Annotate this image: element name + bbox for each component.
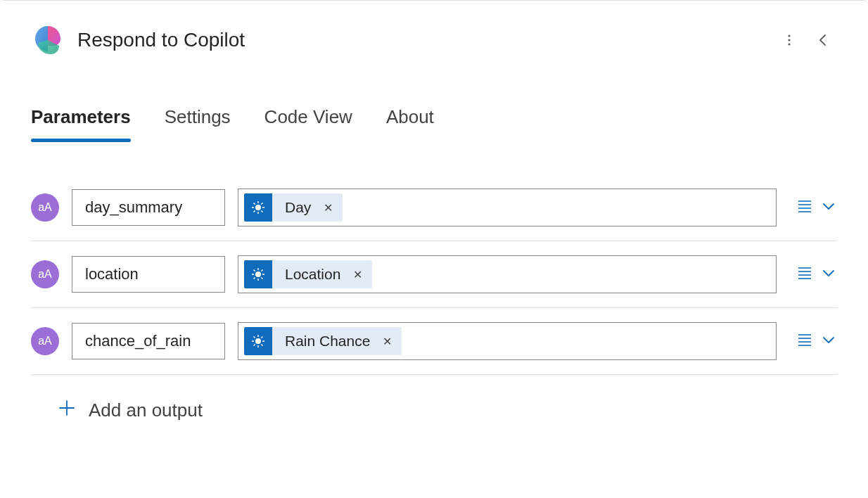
chevron-left-icon <box>816 33 830 47</box>
svg-line-23 <box>254 277 255 279</box>
respond-to-copilot-panel: Respond to Copilot Parameters Settings C… <box>0 0 868 498</box>
svg-point-3 <box>255 205 261 210</box>
token-remove-button[interactable]: ✕ <box>380 335 402 348</box>
sun-icon <box>244 327 272 355</box>
switch-mode-button[interactable] <box>796 331 813 351</box>
row-actions <box>789 331 837 351</box>
svg-line-22 <box>261 277 262 279</box>
svg-point-16 <box>255 272 261 277</box>
plus-icon <box>58 399 76 422</box>
token-remove-button[interactable]: ✕ <box>350 268 372 281</box>
dynamic-content-token[interactable]: Day ✕ <box>244 193 343 222</box>
panel-title: Respond to Copilot <box>77 29 762 51</box>
sun-icon <box>244 260 272 288</box>
svg-line-8 <box>254 203 255 205</box>
dynamic-content-token[interactable]: Rain Chance ✕ <box>244 327 402 355</box>
svg-point-1 <box>788 39 790 41</box>
parameter-name-input[interactable]: location <box>72 256 225 293</box>
switch-mode-button[interactable] <box>796 264 813 284</box>
svg-point-2 <box>788 43 790 45</box>
tab-codeview[interactable]: Code View <box>264 106 352 139</box>
token-label: Day <box>272 199 321 216</box>
text-type-badge-icon: aA <box>31 327 59 355</box>
expand-row-button[interactable] <box>820 198 837 217</box>
svg-line-36 <box>254 344 255 345</box>
vertical-dots-icon <box>782 33 796 47</box>
tab-about[interactable]: About <box>386 106 434 139</box>
tab-settings[interactable]: Settings <box>165 106 231 139</box>
row-actions <box>789 264 837 284</box>
svg-point-29 <box>255 338 261 344</box>
expand-row-button[interactable] <box>820 264 837 284</box>
panel-header: Respond to Copilot <box>0 1 868 64</box>
copilot-logo-icon <box>31 23 65 57</box>
parameter-row: aA location Location ✕ <box>31 241 837 308</box>
token-label: Rain Chance <box>272 333 380 350</box>
expand-row-button[interactable] <box>820 331 837 351</box>
add-output-label: Add an output <box>89 400 203 421</box>
parameter-name-input[interactable]: day_summary <box>72 189 225 226</box>
tab-parameters[interactable]: Parameters <box>31 106 131 139</box>
svg-line-34 <box>254 337 255 338</box>
header-actions <box>775 26 837 54</box>
svg-line-10 <box>254 210 255 212</box>
collapse-panel-button[interactable] <box>809 26 837 54</box>
svg-line-9 <box>261 210 262 212</box>
svg-point-0 <box>788 34 790 37</box>
svg-line-35 <box>261 344 262 345</box>
more-options-button[interactable] <box>775 26 803 54</box>
svg-line-21 <box>254 270 255 272</box>
text-type-badge-icon: aA <box>31 193 59 222</box>
parameter-name-input[interactable]: chance_of_rain <box>72 323 225 359</box>
switch-mode-button[interactable] <box>796 198 813 217</box>
token-remove-button[interactable]: ✕ <box>321 201 343 215</box>
parameter-value-input[interactable]: Rain Chance ✕ <box>238 322 777 360</box>
parameter-value-input[interactable]: Day ✕ <box>238 189 777 226</box>
add-output-button[interactable]: Add an output <box>31 375 837 422</box>
parameter-value-input[interactable]: Location ✕ <box>238 255 777 293</box>
svg-line-24 <box>261 270 262 272</box>
parameters-list: aA day_summary Day ✕ <box>0 139 868 422</box>
tabs: Parameters Settings Code View About <box>0 64 868 139</box>
dynamic-content-token[interactable]: Location ✕ <box>244 260 372 288</box>
text-type-badge-icon: aA <box>31 260 59 288</box>
row-actions <box>789 198 837 217</box>
parameter-row: aA day_summary Day ✕ <box>31 174 837 241</box>
svg-line-37 <box>261 337 262 338</box>
parameter-row: aA chance_of_rain Rain Chance ✕ <box>31 308 837 375</box>
svg-line-11 <box>261 203 262 205</box>
sun-icon <box>244 193 272 222</box>
token-label: Location <box>272 266 350 283</box>
